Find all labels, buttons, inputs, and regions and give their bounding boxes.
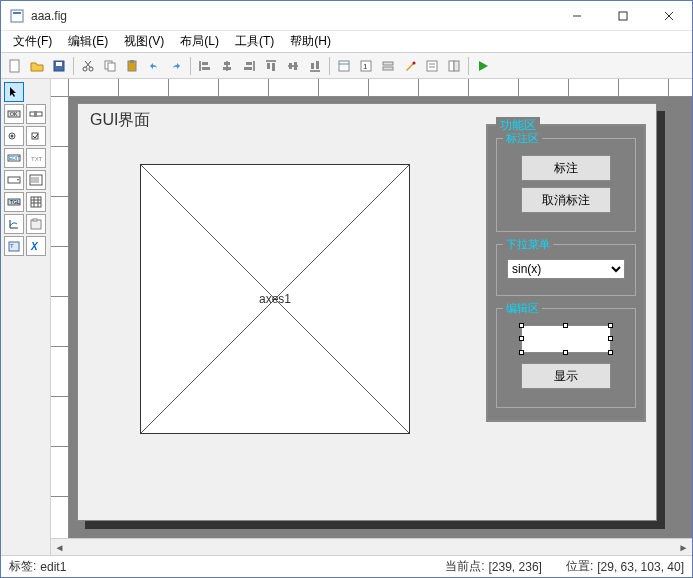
activex-tool[interactable]: X [26, 236, 46, 256]
buttongroup-tool[interactable]: T [4, 236, 24, 256]
align-center-h-icon[interactable] [217, 56, 237, 76]
redo-icon[interactable] [166, 56, 186, 76]
svg-rect-6 [10, 60, 19, 72]
edit-text-field[interactable] [521, 325, 611, 353]
unannotate-button[interactable]: 取消标注 [521, 187, 611, 213]
run-icon[interactable] [473, 56, 493, 76]
gui-figure[interactable]: GUI界面 axes1 功能区 标注区 标注 取消标注 [77, 103, 657, 521]
edit-panel[interactable]: 编辑区 显示 [496, 308, 636, 408]
svg-rect-72 [33, 219, 37, 221]
align-right-icon[interactable] [239, 56, 259, 76]
togglebutton-tool[interactable]: TGL [4, 192, 24, 212]
dropdown-panel[interactable]: 下拉菜单 sin(x) [496, 244, 636, 296]
select-tool[interactable] [4, 82, 24, 102]
scroll-track[interactable] [68, 539, 675, 555]
horizontal-scrollbar[interactable]: ◄ ► [51, 538, 692, 555]
pushbutton-tool[interactable]: OK [4, 104, 24, 124]
canvas-wrapper: GUI界面 axes1 功能区 标注区 标注 取消标注 [51, 79, 692, 555]
svg-rect-25 [244, 67, 252, 70]
main-area: OK EDIT TXT TGL T X GUI界面 axes1 [1, 79, 692, 555]
svg-point-52 [11, 135, 14, 138]
cut-icon[interactable] [78, 56, 98, 76]
function-dropdown[interactable]: sin(x) [507, 259, 625, 279]
copy-icon[interactable] [100, 56, 120, 76]
toolbar: 1 [1, 53, 692, 79]
status-pos-label: 位置: [566, 558, 593, 575]
svg-rect-31 [294, 62, 297, 70]
svg-rect-16 [130, 60, 134, 63]
align-top-icon[interactable] [261, 56, 281, 76]
design-canvas[interactable]: GUI界面 axes1 功能区 标注区 标注 取消标注 [69, 97, 692, 538]
svg-rect-64 [31, 197, 41, 207]
paste-icon[interactable] [122, 56, 142, 76]
checkbox-tool[interactable] [26, 126, 46, 146]
app-icon [9, 8, 25, 24]
svg-rect-50 [34, 111, 37, 117]
edit-text-tool[interactable]: EDIT [4, 148, 24, 168]
axes1[interactable]: axes1 [140, 164, 410, 434]
radiobutton-tool[interactable] [4, 126, 24, 146]
svg-rect-39 [383, 62, 393, 65]
tool-palette: OK EDIT TXT TGL T X [1, 79, 51, 555]
svg-rect-33 [311, 63, 314, 69]
editor-icon[interactable] [400, 56, 420, 76]
svg-rect-1 [13, 12, 21, 14]
table-tool[interactable] [26, 192, 46, 212]
status-point-value: [239, 236] [489, 560, 542, 574]
horizontal-ruler [69, 79, 692, 97]
window-title: aaa.fig [31, 9, 554, 23]
status-pos-value: [29, 63, 103, 40] [597, 560, 684, 574]
slider-tool[interactable] [26, 104, 46, 124]
menu-edit[interactable]: 编辑(E) [60, 30, 116, 53]
edit-panel-title: 编辑区 [503, 301, 542, 316]
undo-icon[interactable] [144, 56, 164, 76]
menu-file[interactable]: 文件(F) [5, 30, 60, 53]
annotate-button[interactable]: 标注 [521, 155, 611, 181]
align-left-icon[interactable] [195, 56, 215, 76]
svg-rect-14 [108, 63, 115, 71]
close-button[interactable] [646, 1, 692, 31]
scroll-left-icon[interactable]: ◄ [51, 539, 68, 555]
align-center-v-icon[interactable] [283, 56, 303, 76]
ruler-corner [51, 79, 69, 97]
show-button[interactable]: 显示 [521, 363, 611, 389]
menu-view[interactable]: 视图(V) [116, 30, 172, 53]
menu-editor-icon[interactable] [334, 56, 354, 76]
listbox-tool[interactable] [26, 170, 46, 190]
annotate-panel[interactable]: 标注区 标注 取消标注 [496, 138, 636, 232]
maximize-button[interactable] [600, 1, 646, 31]
svg-text:OK: OK [10, 111, 18, 117]
panel-tool[interactable] [26, 214, 46, 234]
scroll-right-icon[interactable]: ► [675, 539, 692, 555]
menu-layout[interactable]: 布局(L) [172, 30, 227, 53]
axes-tool[interactable] [4, 214, 24, 234]
svg-text:T: T [10, 243, 14, 249]
svg-rect-22 [223, 67, 231, 70]
svg-rect-8 [56, 62, 62, 66]
property-inspector-icon[interactable] [422, 56, 442, 76]
save-icon[interactable] [49, 56, 69, 76]
open-icon[interactable] [27, 56, 47, 76]
menu-help[interactable]: 帮助(H) [282, 30, 339, 53]
svg-rect-40 [383, 67, 393, 70]
align-bottom-icon[interactable] [305, 56, 325, 76]
svg-rect-18 [202, 62, 208, 65]
new-icon[interactable] [5, 56, 25, 76]
tab-order-icon[interactable]: 1 [356, 56, 376, 76]
function-panel[interactable]: 功能区 标注区 标注 取消标注 下拉菜单 sin(x) [486, 124, 646, 422]
minimize-button[interactable] [554, 1, 600, 31]
object-browser-icon[interactable] [444, 56, 464, 76]
svg-line-11 [86, 61, 91, 67]
svg-text:1: 1 [363, 62, 368, 71]
menu-tools[interactable]: 工具(T) [227, 30, 282, 53]
svg-rect-34 [316, 61, 319, 69]
status-bar: 标签: edit1 当前点: [239, 236] 位置: [29, 63, 1… [1, 555, 692, 577]
menu-bar: 文件(F) 编辑(E) 视图(V) 布局(L) 工具(T) 帮助(H) [1, 31, 692, 53]
status-point-label: 当前点: [445, 558, 484, 575]
toolbar-editor-icon[interactable] [378, 56, 398, 76]
static-text-tool[interactable]: TXT [26, 148, 46, 168]
dropdown-panel-title: 下拉菜单 [503, 237, 553, 252]
annotate-panel-title: 标注区 [503, 131, 542, 146]
popupmenu-tool[interactable] [4, 170, 24, 190]
svg-point-41 [413, 61, 416, 64]
